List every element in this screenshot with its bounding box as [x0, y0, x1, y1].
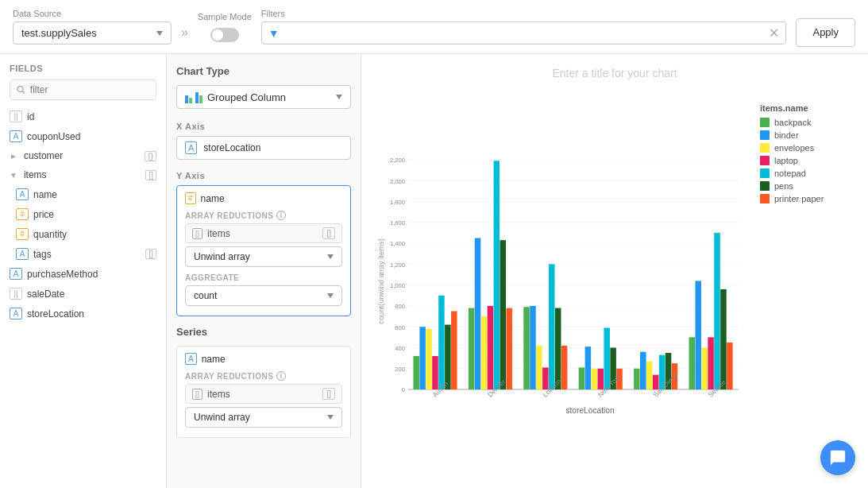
- x-axis-field-box[interactable]: A storeLocation: [176, 136, 351, 160]
- sample-mode-toggle[interactable]: [210, 28, 239, 42]
- y-reduction-field-icon: []: [192, 228, 203, 239]
- svg-rect-70: [714, 233, 720, 389]
- aggregate-value: count: [194, 290, 217, 301]
- field-items-quantity[interactable]: # quantity: [0, 224, 166, 244]
- center-panel: Chart Type Grouped Column X Axis A store…: [167, 54, 361, 488]
- aggregate-chevron-icon: [327, 293, 334, 298]
- field-id[interactable]: || id: [0, 107, 166, 126]
- field-saleDate[interactable]: || saleDate: [0, 284, 166, 304]
- chart-type-chevron-icon: [336, 95, 342, 99]
- field-badge-tags: []: [145, 249, 156, 259]
- field-name-customer: customer: [24, 150, 63, 161]
- field-items-tags[interactable]: A tags []: [0, 244, 166, 264]
- filter-clear-button[interactable]: ✕: [769, 25, 779, 41]
- chart-type-selector[interactable]: Grouped Column: [176, 85, 351, 109]
- y-reduction-expand-icon[interactable]: []: [322, 227, 335, 239]
- chart-type-section-title: Chart Type: [176, 65, 351, 77]
- field-type-icon-price: #: [16, 208, 29, 220]
- series-reduction-expand-icon[interactable]: []: [322, 388, 335, 400]
- field-type-icon-saleDate: ||: [10, 288, 22, 300]
- data-source-label: Data Source: [13, 9, 172, 18]
- pipe-separator: »: [181, 25, 188, 40]
- field-name-name: name: [33, 189, 57, 200]
- legend-item: binder: [760, 130, 855, 140]
- x-field-type-icon: A: [185, 141, 197, 154]
- array-reductions-info-icon[interactable]: i: [276, 211, 286, 220]
- legend-label: notepad: [774, 168, 806, 178]
- svg-rect-60: [646, 362, 653, 389]
- svg-text:2,200: 2,200: [390, 157, 405, 164]
- legend-color: [760, 130, 770, 140]
- chat-icon: [829, 449, 847, 467]
- svg-rect-31: [445, 325, 451, 389]
- field-customer[interactable]: ► customer {}: [0, 146, 166, 165]
- svg-rect-66: [689, 337, 696, 389]
- chart-title[interactable]: Enter a title for your chart: [374, 67, 855, 79]
- y-axis-box: # name ARRAY REDUCTIONS i [] items [] Un…: [176, 185, 351, 316]
- chevron-down-icon: [156, 31, 163, 36]
- field-name-saleDate: saleDate: [27, 289, 64, 300]
- x-axis-title: storeLocation: [565, 406, 614, 415]
- field-purchaseMethod[interactable]: A purchaseMethod: [0, 264, 166, 284]
- filters-container: Filters ▼ ✕: [261, 9, 787, 45]
- legend-item: pens: [760, 181, 855, 191]
- svg-rect-36: [481, 316, 488, 389]
- legend-color: [760, 181, 770, 191]
- svg-text:800: 800: [395, 303, 405, 310]
- series-field-row: A name: [185, 353, 342, 365]
- legend-label: printer paper: [774, 194, 824, 203]
- sidebar: FIELDS || id A couponUsed ► customer {} …: [0, 54, 167, 488]
- field-type-icon-id: ||: [10, 110, 22, 122]
- y-reduction-type-select[interactable]: Unwind array: [185, 246, 342, 267]
- series-field-box: A name ARRAY REDUCTIONS i [] items [] Un…: [176, 346, 351, 438]
- chart-area: Enter a title for your chart count(unwin…: [361, 54, 868, 488]
- expand-icon-items[interactable]: ▼: [10, 171, 17, 180]
- svg-text:1,200: 1,200: [390, 261, 405, 269]
- sample-mode-container: Sample Mode: [198, 12, 252, 42]
- field-items[interactable]: ▼ items []: [0, 165, 166, 184]
- sidebar-filter-text[interactable]: [30, 84, 149, 95]
- field-name-id: id: [27, 111, 34, 122]
- svg-rect-34: [469, 308, 475, 389]
- sidebar-filter-input[interactable]: [10, 79, 156, 100]
- field-name-items: items: [24, 169, 47, 180]
- expand-icon-customer[interactable]: ►: [10, 152, 17, 161]
- svg-rect-27: [419, 327, 426, 389]
- svg-text:1,600: 1,600: [390, 219, 405, 227]
- field-name-price: price: [33, 209, 54, 220]
- apply-button[interactable]: Apply: [796, 18, 855, 47]
- svg-rect-59: [640, 352, 646, 389]
- svg-text:2,000: 2,000: [390, 178, 405, 185]
- chart-wrapper: count(unwind array items) 02004006008001…: [374, 87, 855, 475]
- field-items-price[interactable]: # price: [0, 204, 166, 224]
- svg-rect-43: [530, 306, 536, 389]
- series-field-type-icon: A: [185, 353, 197, 365]
- aggregate-select[interactable]: count: [185, 285, 342, 306]
- chat-bubble[interactable]: [820, 440, 855, 475]
- svg-text:0: 0: [402, 386, 405, 393]
- svg-text:400: 400: [395, 345, 405, 352]
- svg-rect-67: [695, 281, 701, 389]
- aggregate-section: AGGREGATE count: [185, 273, 342, 306]
- series-reduction-type-select[interactable]: Unwind array: [185, 407, 342, 428]
- legend-label: laptop: [774, 156, 798, 165]
- field-name-purchaseMethod: purchaseMethod: [27, 269, 98, 280]
- svg-rect-72: [727, 343, 733, 389]
- y-field-row: # name: [185, 192, 342, 204]
- data-source-select[interactable]: test.supplySales: [13, 21, 172, 45]
- svg-text:1,400: 1,400: [390, 240, 405, 247]
- y-reduction-chevron-icon: [327, 254, 334, 259]
- svg-rect-52: [592, 369, 598, 389]
- svg-rect-51: [585, 347, 592, 389]
- series-reductions-info-icon[interactable]: i: [276, 371, 286, 381]
- series-reduction-field-icon: []: [192, 389, 203, 400]
- svg-text:1,000: 1,000: [390, 282, 405, 289]
- field-storeLocation[interactable]: A storeLocation: [0, 304, 166, 323]
- legend-title: items.name: [760, 103, 855, 113]
- svg-rect-32: [451, 311, 457, 389]
- svg-rect-39: [500, 240, 507, 389]
- series-reduction-type-value: Unwind array: [194, 412, 250, 423]
- field-name-quantity: quantity: [33, 229, 67, 240]
- field-items-name[interactable]: A name: [0, 184, 166, 204]
- field-couponUsed[interactable]: A couponUsed: [0, 126, 166, 146]
